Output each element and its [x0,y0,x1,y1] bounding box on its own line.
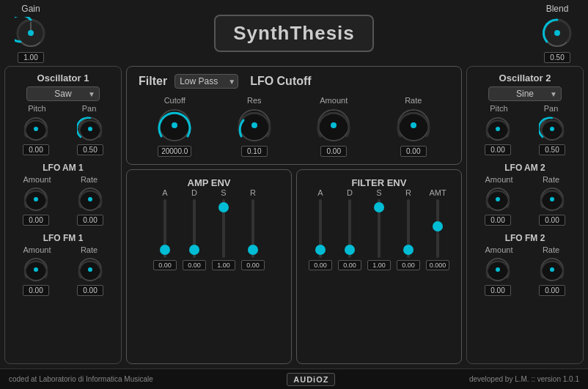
filter-title: Filter [139,75,167,88]
amp-env-a-col: A 0.00 [153,188,177,270]
osc1-pitch-knob[interactable] [23,116,49,142]
amp-env-box: AMP ENV A 0.00 D [126,169,292,364]
filter-env-s-col: S 1.00 [367,188,391,270]
lfo-am1-amount-value: 0.00 [23,215,49,226]
lfo-am1-rate-value: 0.00 [77,215,103,226]
svg-point-7 [88,127,92,131]
bottom-left-text: coded at Laboratorio di Informatica Musi… [9,375,153,383]
amp-env-a-thumb[interactable] [160,245,170,255]
lfo-am2-title: LFO AM 2 [504,163,545,173]
filter-type-select[interactable]: Low Pass High Pass Band Pass Notch [174,74,238,89]
lfo-am2-rate-knob[interactable] [539,186,565,212]
svg-point-1 [28,30,34,36]
filter-env-d-label: D [347,188,353,197]
svg-point-9 [34,197,38,201]
svg-point-23 [411,122,416,128]
amp-env-a-value: 0.00 [153,260,177,270]
amp-env-r-thumb[interactable] [248,245,258,255]
lfo-fm2-section: LFO FM 2 Amount Rate 0.00 [473,233,577,296]
filter-env-sliders: A 0.00 D [309,188,449,270]
amp-env-r-col: R 0.00 [241,188,265,270]
osc1-knob-row: 0.00 0.50 [11,116,115,155]
lfo-am1-amount-knob[interactable] [23,186,49,212]
filter-env-a-value: 0.00 [309,260,332,270]
amp-env-r-label: R [250,188,256,197]
amp-env-s-thumb[interactable] [218,202,229,212]
osc1-pan-value: 0.50 [77,144,103,155]
osc1-pitch-wrap: 0.00 [23,116,49,155]
osc2-waveform-select[interactable]: Saw Sine Square Triangle [488,86,562,101]
lfo-fm1-rate-knob[interactable] [77,256,103,283]
osc2-pan-knob[interactable] [539,116,565,142]
lfo-fm1-title: LFO FM 1 [43,233,84,243]
filter-knobs-row: Cutoff 20000.0 Res [139,96,449,157]
amp-env-r-slider[interactable] [247,199,259,258]
gain-knob[interactable] [15,17,47,49]
filter-res-knob[interactable] [236,107,273,144]
svg-point-25 [496,127,500,131]
osc2-waveform-wrap[interactable]: Saw Sine Square Triangle ▼ [488,86,562,101]
filter-rate-value: 0.00 [400,146,427,157]
filter-amount-knob[interactable] [315,107,352,144]
lfo-fm2-title: LFO FM 2 [505,233,545,243]
osc1-pan-wrap: 0.50 [77,116,103,155]
lfo-am2-amount-knob[interactable] [485,186,511,212]
filter-env-a-thumb[interactable] [315,245,326,255]
filter-cutoff-wrap: Cutoff 20000.0 [156,96,193,157]
filter-cutoff-knob[interactable] [156,107,193,144]
osc2-pan-value: 0.50 [539,144,565,155]
svg-point-17 [172,122,177,128]
amp-env-d-slider[interactable] [188,199,200,258]
amp-env-a-slider[interactable] [159,199,171,258]
filter-env-amt-slider[interactable] [432,199,444,258]
blend-value: 0.50 [544,52,570,63]
filter-env-amt-value: 0.000 [426,260,449,270]
blend-knob[interactable] [541,17,573,49]
lfo-fm1-amount-wrap: 0.00 [23,256,49,296]
filter-env-r-slider[interactable] [403,199,414,258]
amp-env-d-thumb[interactable] [189,245,199,255]
filter-env-amt-thumb[interactable] [433,221,443,231]
center-panel: Filter Low Pass High Pass Band Pass Notc… [126,66,462,364]
filter-env-r-label: R [405,188,411,197]
lfo-am1-amount-label: Amount [11,175,63,184]
filter-env-r-thumb[interactable] [403,245,414,255]
lfo-fm2-rate-knob[interactable] [539,256,565,283]
amp-env-a-label: A [162,188,167,197]
osc2-pitch-value: 0.00 [485,144,511,155]
env-boxes-row: AMP ENV A 0.00 D [126,169,462,364]
lfo-am1-section: LFO AM 1 Amount Rate 0.00 [11,163,115,226]
osc1-title: Oscillator 1 [37,73,89,84]
filter-env-a-col: A 0.00 [309,188,332,270]
filter-type-wrap[interactable]: Low Pass High Pass Band Pass Notch ▼ [174,74,238,89]
lfo-fm1-amount-knob[interactable] [23,256,49,283]
osc1-pan-knob[interactable] [77,116,103,142]
blend-label: Blend [546,4,569,14]
lfo-fm1-rate-value: 0.00 [77,285,103,296]
lfo-am1-title: LFO AM 1 [43,163,84,173]
lfo-fm1-section: LFO FM 1 Amount Rate 0.00 [11,233,115,296]
lfo-fm2-amount-knob[interactable] [485,256,511,283]
filter-env-s-thumb[interactable] [374,202,384,212]
svg-point-33 [496,267,500,272]
amp-env-s-slider[interactable] [218,199,229,258]
filter-env-d-slider[interactable] [344,199,356,258]
filter-amount-value: 0.00 [320,146,347,157]
filter-env-d-thumb[interactable] [345,245,355,255]
lfo-am1-rate-knob[interactable] [77,186,103,212]
osc2-pitch-knob[interactable] [485,116,511,142]
svg-point-29 [496,197,500,201]
filter-env-s-slider[interactable] [373,199,385,258]
svg-point-3 [554,30,560,36]
filter-rate-knob[interactable] [395,107,432,144]
gain-group: Gain 1.00 [15,4,47,63]
osc1-waveform-wrap[interactable]: Saw Sine Square Triangle ▼ [26,86,100,101]
lfo-fm1-amount-label: Amount [11,245,63,254]
osc1-section: Oscillator 1 Saw Sine Square Triangle ▼ … [11,73,115,155]
filter-env-a-slider[interactable] [315,199,326,258]
osc2-panel: Oscillator 2 Saw Sine Square Triangle ▼ … [466,66,584,364]
amp-env-s-label: S [221,188,226,197]
filter-cutoff-label: Cutoff [164,96,185,105]
osc1-waveform-select[interactable]: Saw Sine Square Triangle [26,86,100,101]
osc1-pitch-value: 0.00 [23,144,49,155]
